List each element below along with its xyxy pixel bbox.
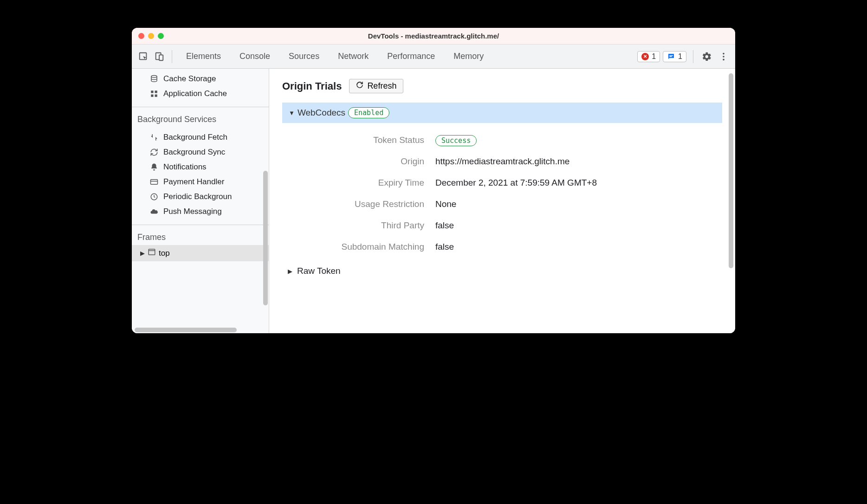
sidebar-item-periodic-background[interactable]: Periodic Backgroun [132, 189, 269, 204]
sidebar-heading-background-services: Background Services [132, 110, 269, 127]
detail-val: false [435, 242, 454, 252]
svg-rect-16 [149, 249, 155, 255]
sidebar-item-application-cache[interactable]: Application Cache [132, 86, 269, 101]
svg-point-7 [723, 58, 725, 60]
svg-rect-11 [151, 95, 153, 97]
window-icon [148, 248, 156, 258]
sidebar-item-label: Notifications [163, 162, 207, 172]
minimize-window-button[interactable] [148, 33, 154, 39]
detail-val: December 2, 2021 at 7:59:59 AM GMT+8 [435, 178, 597, 188]
disclosure-triangle-icon[interactable]: ▼ [289, 110, 295, 116]
sidebar-item-label: Payment Handler [163, 177, 224, 187]
detail-key: Subdomain Matching [282, 242, 435, 252]
sync-icon [149, 148, 159, 157]
devtools-toolbar: Elements Console Sources Network Perform… [132, 45, 735, 69]
sidebar-item-payment-handler[interactable]: Payment Handler [132, 174, 269, 189]
refresh-button[interactable]: Refresh [349, 79, 403, 93]
application-sidebar[interactable]: Cache Storage Application Cache Backgrou… [132, 69, 269, 333]
database-icon [149, 74, 159, 84]
disclosure-triangle-icon[interactable]: ▶ [288, 268, 292, 275]
panel-header: Origin Trials Refresh [282, 79, 722, 93]
detail-val: None [435, 199, 456, 209]
sidebar-item-background-sync[interactable]: Background Sync [132, 145, 269, 160]
sidebar-item-label: Application Cache [163, 89, 227, 98]
titlebar: DevTools - mediastreamtrack.glitch.me/ [132, 28, 735, 45]
sidebar-item-background-fetch[interactable]: Background Fetch [132, 130, 269, 145]
content-area: Cache Storage Application Cache Backgrou… [132, 69, 735, 333]
tab-network[interactable]: Network [330, 45, 377, 69]
sidebar-group-cache: Cache Storage Application Cache [132, 69, 269, 104]
issues-badge[interactable]: 1 [663, 51, 686, 62]
tab-sources[interactable]: Sources [280, 45, 328, 69]
main-scrollbar[interactable] [729, 73, 733, 268]
panel-title: Origin Trials [282, 80, 342, 92]
sidebar-item-label: Cache Storage [163, 74, 216, 84]
more-menu-icon[interactable] [717, 50, 731, 64]
svg-point-5 [723, 52, 725, 54]
detail-key: Origin [282, 156, 435, 167]
sidebar-heading-frames: Frames [132, 228, 269, 245]
refresh-label: Refresh [367, 81, 396, 91]
sidebar-item-push-messaging[interactable]: Push Messaging [132, 204, 269, 219]
device-toggle-icon[interactable] [152, 50, 166, 64]
tab-memory[interactable]: Memory [445, 45, 492, 69]
trial-webcodecs-row[interactable]: ▼ WebCodecs Enabled [282, 103, 722, 123]
detail-key: Token Status [282, 135, 435, 145]
issues-count: 1 [678, 52, 682, 61]
grid-icon [149, 89, 159, 98]
disclosure-triangle-icon[interactable]: ▶ [140, 250, 145, 257]
error-badge[interactable]: ✕ 1 [637, 51, 660, 62]
detail-row-third-party: Third Party false [282, 215, 722, 236]
credit-card-icon [149, 177, 159, 187]
bell-icon [149, 162, 159, 172]
svg-rect-10 [155, 90, 157, 93]
detail-row-subdomain-matching: Subdomain Matching false [282, 236, 722, 258]
issue-icon [667, 52, 675, 61]
detail-key: Third Party [282, 220, 435, 231]
settings-gear-icon[interactable] [700, 50, 714, 64]
sidebar-item-label: Periodic Backgroun [163, 192, 232, 201]
separator [172, 50, 172, 63]
refresh-icon [356, 81, 363, 91]
sidebar-horizontal-scrollbar[interactable] [135, 328, 237, 332]
tab-elements[interactable]: Elements [178, 45, 229, 69]
error-icon: ✕ [641, 53, 649, 60]
svg-rect-9 [151, 90, 153, 93]
devtools-window: DevTools - mediastreamtrack.glitch.me/ E… [132, 28, 735, 333]
sidebar-item-label: Background Sync [163, 148, 225, 157]
origin-trials-panel: Origin Trials Refresh ▼ WebCodecs Enable… [269, 69, 735, 333]
svg-rect-0 [140, 52, 147, 59]
frame-name: top [159, 249, 170, 258]
detail-row-expiry-time: Expiry Time December 2, 2021 at 7:59:59 … [282, 172, 722, 194]
raw-token-label: Raw Token [297, 266, 341, 276]
svg-point-6 [723, 56, 725, 58]
sidebar-item-frame-top[interactable]: ▶ top [132, 245, 269, 261]
tab-performance[interactable]: Performance [379, 45, 443, 69]
divider [132, 225, 269, 225]
svg-rect-2 [159, 55, 163, 60]
detail-val: Success [435, 135, 477, 145]
svg-rect-12 [155, 95, 157, 97]
fetch-icon [149, 133, 159, 142]
trial-details: Token Status Success Origin https://medi… [282, 123, 722, 258]
sidebar-group-background-services: Background Fetch Background Sync Notific… [132, 127, 269, 222]
inspect-element-icon[interactable] [136, 50, 150, 64]
raw-token-row[interactable]: ▶ Raw Token [282, 258, 722, 276]
tab-console[interactable]: Console [231, 45, 278, 69]
sidebar-item-label: Push Messaging [163, 207, 222, 216]
traffic-lights [132, 33, 164, 39]
detail-val: https://mediastreamtrack.glitch.me [435, 156, 569, 167]
sidebar-item-cache-storage[interactable]: Cache Storage [132, 71, 269, 86]
trial-name: WebCodecs [298, 108, 345, 118]
detail-val: false [435, 220, 454, 231]
svg-rect-13 [151, 180, 158, 185]
detail-key: Expiry Time [282, 178, 435, 188]
close-window-button[interactable] [138, 33, 144, 39]
sidebar-item-label: Background Fetch [163, 133, 227, 142]
svg-rect-3 [669, 55, 673, 56]
sidebar-item-notifications[interactable]: Notifications [132, 160, 269, 174]
svg-rect-4 [669, 56, 672, 57]
toolbar-right: ✕ 1 1 [637, 50, 731, 64]
zoom-window-button[interactable] [158, 33, 164, 39]
sidebar-scrollbar[interactable] [263, 171, 268, 305]
